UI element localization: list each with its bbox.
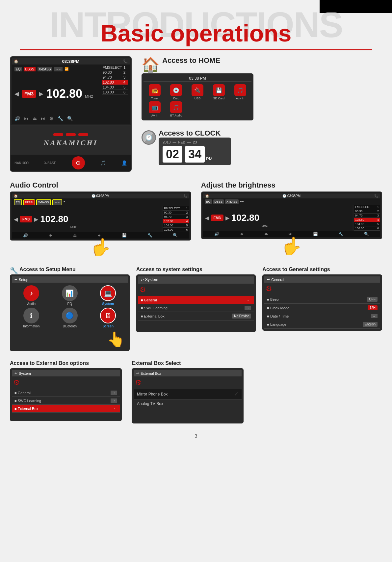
preset-fmselect: FMSELECT1 [102, 65, 128, 70]
house-icon: 🏠 [142, 56, 160, 73]
dial-knob[interactable]: ⊙ [72, 156, 85, 169]
usb-label: USB [195, 97, 201, 100]
b-signal: ●● [240, 199, 244, 204]
system-general-label-txt: ■ General [141, 298, 157, 302]
audio-screen-header: 🏠 🕐 03:38PM 📞 [12, 193, 189, 198]
audio-fm-badge: FM3 [20, 216, 32, 222]
ext-select-spacer [134, 408, 242, 421]
main-content: 🏠 03:38PM 📞 EQ DBSS X-BASS →← 📶 [0, 56, 392, 444]
system-extbox-row[interactable]: ■ External Box No Device [138, 312, 254, 320]
ext-mirror-phone-row[interactable]: Mirror Phone Box ✓ [134, 389, 242, 399]
general-clockmode-row[interactable]: ■ Clock Mode 12H [264, 304, 380, 312]
general-settings-section: Access to General settings ↩ General ⚙ ■… [262, 267, 382, 351]
page-number: 3 [10, 430, 382, 444]
access-home-label: Access to HOME [162, 56, 220, 65]
setup-info-label: Information [23, 324, 39, 328]
general-title: General [271, 278, 284, 282]
clock-minute: 34 [185, 146, 205, 163]
home-access-wrap: 🏠 Access to HOME [142, 56, 382, 73]
nakamichi-logo: NAKAMICHI [44, 139, 98, 147]
audio-screen-wrap: 🏠 🕐 03:38PM 📞 EQ DBSS X-BASS →← ● ◀ [10, 192, 191, 257]
ext-mirror-checkmark: ✓ [234, 391, 238, 397]
setup-back-bar: ↩ Setup [12, 276, 128, 283]
brightness-section: Adjust the brightness 🏠 🕐 03:38PM 📞 EQ D… [201, 181, 382, 257]
audio-freq-unit: MHz [70, 225, 77, 229]
setup-eq[interactable]: 📊 EQ [52, 285, 88, 306]
fm-freq-display: ◀ FM3 ▶ 102.80 MHz [14, 87, 97, 101]
clock-content: Access to CLOCK 2013 — FEB — 23 02 34 [159, 129, 231, 165]
setup-system[interactable]: 💻 System [90, 285, 126, 306]
system-spacer [138, 320, 254, 330]
brightness-fm-main: ◀ FM3 ▶ 102.80 MHz [203, 205, 353, 231]
general-gear-icon: ⚙ [266, 285, 272, 293]
clock-hour: 02 [163, 146, 182, 163]
ext-box-select-mock: ↩ External Box ⚙ Mirror Phone Box ✓ Anal… [132, 368, 244, 423]
setup-bt-icon: 🔵 [62, 308, 78, 323]
b-dbss-btn: DBSS [213, 199, 224, 204]
general-datetime-row[interactable]: ■ Date / Time → [264, 312, 380, 320]
brightness-label: Adjust the brightness [201, 181, 382, 190]
section-row-3: 🔧 Access to Setup Menu ↩ Setup ♪ Audio 📊… [10, 267, 382, 351]
screen-body: EQ DBSS X-BASS →← 📶 ◀ FM3 ▶ 102.80 MHz [12, 64, 130, 124]
ext-box-options-label: Access to External Box options [10, 360, 122, 366]
home-icon-avin: 📺 AV In [145, 101, 165, 117]
setup-back-icon: ↩ [14, 277, 17, 282]
setup-info[interactable]: ℹ Information [13, 308, 50, 328]
tuner-icon-box: 📻 [149, 84, 161, 96]
system-swc-row[interactable]: ■ SWC Learning → [138, 304, 254, 312]
device-screen: 🏠 03:38PM 📞 EQ DBSS X-BASS →← 📶 [11, 57, 131, 125]
audio-freq: 102.80 [40, 214, 68, 224]
general-datetime-label: ■ Date / Time [267, 314, 289, 318]
setup-audio-icon: ♪ [23, 285, 39, 301]
setup-bt-label: Bluetooth [63, 324, 77, 328]
ext-box-select-section: External Box Select ↩ External Box ⚙ Mir… [132, 360, 244, 423]
ap-2: 90.302 [163, 211, 189, 215]
general-beep-row[interactable]: ■ Beep OFF [264, 295, 380, 304]
sdcard-icon-box: 💾 [213, 84, 225, 96]
disc-icon-box: 💿 [170, 84, 182, 96]
access-clock-section: 🕐 Access to CLOCK 2013 — FEB — 23 02 [142, 129, 382, 165]
auxin-label: Aux In [236, 97, 245, 100]
clock-date-row: 2013 — FEB — 23 [163, 140, 227, 144]
device-time: 03:38PM [62, 59, 80, 64]
home-screen-mock: 03:38 PM 📻 Tuner 💿 Disc 🔌 [142, 73, 253, 120]
ext-options-extbox-row[interactable]: ■ External Box → [12, 405, 120, 413]
ext-select-back-icon: ↩ [136, 371, 139, 375]
setup-menu-header: 🔧 Access to Setup Menu [10, 267, 130, 274]
system-general-arrow: → [245, 298, 251, 302]
setup-audio[interactable]: ♪ Audio [13, 285, 50, 306]
setup-screen[interactable]: 🖥 Screen [90, 308, 126, 328]
frequency-display: 102.80 [46, 87, 82, 101]
ext-analog-tv-label: Analog TV Box [137, 401, 163, 406]
screen-header: 🏠 03:38PM 📞 [12, 58, 130, 64]
preset-90: 90.302 [102, 70, 128, 75]
bp-4: 102.804 [354, 218, 380, 222]
general-language-row[interactable]: ■ Language English [264, 320, 380, 329]
ext-options-swc-row[interactable]: ■ SWC Learning → [12, 397, 120, 405]
setup-info-icon: ℹ [23, 308, 39, 323]
b-fm-badge: FM3 [211, 215, 223, 221]
btaudio-icon-box: 🎵 [170, 101, 182, 113]
ext-analog-tv-row[interactable]: Analog TV Box [134, 399, 242, 408]
home-icons-row1: 📻 Tuner 💿 Disc 🔌 USB 💾 [144, 83, 251, 101]
system-settings-section: Access to system settings ↩ System ⚙ ■ G… [136, 267, 256, 351]
audio-eq-row: EQ DBSS X-BASS →← ● [12, 198, 189, 206]
ext-options-extbox-arrow: → [111, 406, 117, 411]
audio-phone-icon: 📞 [183, 194, 187, 198]
general-language-value: English [363, 322, 378, 327]
ext-options-general-row[interactable]: ■ General → [12, 389, 120, 397]
ext-select-gear-row: ⚙ [134, 378, 242, 388]
system-general-row[interactable]: ■ General → [138, 296, 254, 304]
freq-unit: MHz [85, 94, 93, 99]
bright-time: 🕐 03:38PM [282, 194, 301, 198]
setup-bt[interactable]: 🔵 Bluetooth [52, 308, 88, 328]
general-back-icon: ↩ [267, 277, 270, 282]
audio-screen-body: ◀ FM3 ▶ 102.80 MHz FMSELECT1 90.302 94.7… [12, 206, 189, 232]
clock-icon: 🕐 [142, 130, 156, 145]
audio-time: 🕐 03:38PM [91, 194, 110, 198]
auxin-icon-box: 🎵 [234, 84, 246, 96]
general-beep-value: OFF [367, 297, 378, 302]
general-clockmode-value: 12H [368, 305, 378, 310]
bp-3: 94.703 [354, 214, 380, 218]
clock-ampm: PM [206, 156, 213, 161]
